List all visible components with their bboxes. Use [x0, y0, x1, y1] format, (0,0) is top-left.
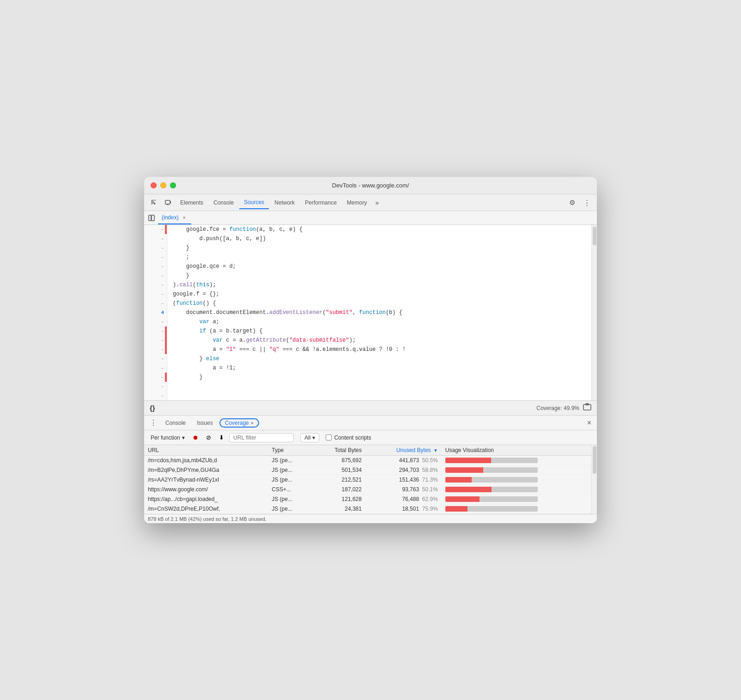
cell-total-bytes: 121,628	[312, 495, 365, 504]
cell-viz	[442, 456, 597, 465]
code-line: a = "1" === c || "q" === c && !a.element…	[173, 345, 586, 354]
table-scrollbar[interactable]	[591, 445, 597, 514]
settings-icon[interactable]: ⚙	[565, 196, 578, 209]
col-viz[interactable]: Usage Visualization	[442, 445, 597, 456]
more-options-icon[interactable]: ⋮	[580, 196, 593, 209]
per-function-label: Per function	[151, 434, 180, 441]
clear-button[interactable]: ⊘	[203, 433, 213, 443]
cell-url: https://ap.../cb=gapi.loaded_	[144, 495, 268, 504]
cell-type: JS (pe...	[268, 475, 311, 485]
cell-unused-bytes: 441,873 50.5%	[365, 456, 442, 465]
drawer-menu-icon[interactable]: ⋮	[148, 417, 159, 428]
per-function-dropdown[interactable]: Per function ▾	[148, 434, 188, 442]
tab-network[interactable]: Network	[270, 196, 299, 209]
drawer-tab-issues[interactable]: Issues	[192, 418, 218, 428]
url-filter-input[interactable]	[229, 433, 294, 442]
sidebar-toggle-icon[interactable]	[146, 212, 157, 223]
drawer-tab-console[interactable]: Console	[161, 418, 190, 428]
vertical-scrollbar[interactable]	[591, 225, 597, 400]
cell-total-bytes: 24,381	[312, 504, 365, 514]
cell-unused-bytes: 76,488 62.9%	[365, 495, 442, 504]
table-row[interactable]: /rs=AA2YrTvBynad-nWEy1xI JS (pe... 212,5…	[144, 475, 597, 485]
traffic-lights	[151, 182, 176, 188]
code-line: }	[173, 373, 586, 382]
svg-rect-1	[152, 200, 156, 200]
all-chevron-icon: ▾	[312, 434, 315, 441]
cell-total-bytes: 501,534	[312, 465, 365, 475]
fullscreen-button[interactable]	[170, 182, 176, 188]
code-line: var c = a.getAttribute("data-submitfalse…	[173, 336, 586, 345]
cell-url: /m=cdos,hsm,jsa,mb4ZUb,d	[144, 456, 268, 465]
code-line: var a;	[173, 317, 586, 326]
cell-unused-bytes: 151,436 71.3%	[365, 475, 442, 485]
svg-rect-6	[154, 203, 155, 205]
record-button[interactable]: ⏺	[190, 433, 200, 443]
svg-rect-4	[152, 202, 154, 203]
table-row[interactable]: /m=B2qlPe,DhPYme,GU4Ga JS (pe... 501,534…	[144, 465, 597, 475]
coverage-tab-close-icon[interactable]: ×	[251, 420, 254, 426]
gutter-row: –	[144, 317, 167, 326]
content-scripts-checkbox[interactable]: Content scripts	[326, 434, 371, 441]
code-line: if (a = b.target) {	[173, 326, 586, 336]
table-scroll-thumb[interactable]	[593, 446, 596, 474]
screenshot-icon[interactable]	[583, 403, 591, 413]
drawer-tabbar: ⋮ Console Issues Coverage × ×	[144, 416, 597, 430]
gutter-row: –	[144, 373, 167, 382]
gutter-row: –	[144, 326, 167, 336]
minimize-button[interactable]	[160, 182, 166, 188]
status-text: 878 kB of 2.1 MB (42%) used so far, 1.2 …	[148, 516, 267, 522]
gutter-row: –	[144, 363, 167, 373]
file-tab-label: (index)	[162, 214, 179, 221]
table-row[interactable]: /m=CnSW2d,DPreE,P10Owf, JS (pe... 24,381…	[144, 504, 597, 514]
col-url[interactable]: URL	[144, 445, 268, 456]
svg-rect-2	[152, 201, 152, 205]
all-filter-dropdown[interactable]: All ▾	[300, 433, 319, 442]
col-type[interactable]: Type	[268, 445, 311, 456]
col-total-bytes[interactable]: Total Bytes	[312, 445, 365, 456]
col-unused-bytes[interactable]: Unused Bytes ▼	[365, 445, 442, 456]
svg-rect-8	[170, 201, 171, 203]
more-tabs-icon[interactable]: »	[372, 197, 382, 208]
cell-viz	[442, 475, 597, 485]
cell-unused-bytes: 93,763 50.1%	[365, 485, 442, 495]
device-icon[interactable]	[162, 196, 175, 209]
download-button[interactable]: ⬇	[216, 433, 226, 443]
tab-performance[interactable]: Performance	[300, 196, 341, 209]
drawer-tab-coverage[interactable]: Coverage ×	[219, 418, 259, 428]
coverage-percentage: Coverage: 49.9%	[536, 405, 579, 411]
code-line: } else	[173, 354, 586, 363]
tab-elements[interactable]: Elements	[176, 196, 208, 209]
gutter-row: –	[144, 243, 167, 253]
gutter-row: –	[144, 225, 167, 234]
tab-sources[interactable]: Sources	[239, 196, 269, 209]
table-row[interactable]: https://ap.../cb=gapi.loaded_ JS (pe... …	[144, 495, 597, 504]
cell-total-bytes: 212,521	[312, 475, 365, 485]
gutter-row: –	[144, 271, 167, 280]
coverage-toolbar: Per function ▾ ⏺ ⊘ ⬇ All ▾ Content scrip…	[144, 430, 597, 445]
titlebar: DevTools - www.google.com/	[144, 177, 597, 194]
tab-memory[interactable]: Memory	[342, 196, 371, 209]
cell-total-bytes: 875,692	[312, 456, 365, 465]
cell-type: JS (pe...	[268, 465, 311, 475]
file-tab-index[interactable]: (index) ×	[158, 211, 191, 224]
svg-rect-10	[149, 215, 151, 221]
tab-console[interactable]: Console	[209, 196, 238, 209]
gutter-row: 4	[144, 308, 167, 317]
gutter-row: –	[144, 290, 167, 299]
drawer-close-icon[interactable]: ×	[585, 418, 593, 428]
close-button[interactable]	[151, 182, 157, 188]
cell-viz	[442, 465, 597, 475]
file-tab-close-icon[interactable]: ×	[181, 214, 188, 221]
gutter-row: –	[144, 391, 167, 400]
table-row[interactable]: /m=cdos,hsm,jsa,mb4ZUb,d JS (pe... 875,6…	[144, 456, 597, 465]
code-line: google.qce = d;	[173, 262, 586, 271]
code-line: d.push([a, b, c, e])	[173, 234, 586, 243]
checkbox-icon[interactable]	[326, 434, 332, 441]
cursor-icon[interactable]	[148, 196, 161, 209]
cell-viz	[442, 495, 597, 504]
gutter-row: –	[144, 234, 167, 243]
cell-type: JS (pe...	[268, 504, 311, 514]
coverage-table-wrapper: URL Type Total Bytes Unused Bytes ▼ Usag…	[144, 445, 597, 514]
table-row[interactable]: https://www.google.com/ CSS+... 187,022 …	[144, 485, 597, 495]
scrollbar-thumb[interactable]	[593, 227, 596, 245]
